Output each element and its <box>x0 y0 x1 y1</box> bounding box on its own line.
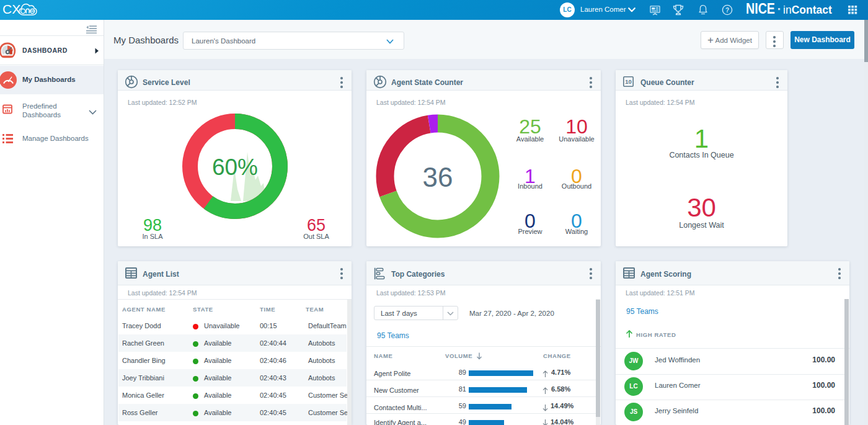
svg-text:10: 10 <box>625 78 632 85</box>
svg-text:?: ? <box>725 7 729 14</box>
svg-text:CX: CX <box>2 2 20 16</box>
svg-text:60%: 60% <box>212 154 258 180</box>
svg-text:inContact: inContact <box>783 4 832 16</box>
svg-text:36: 36 <box>423 162 453 192</box>
svg-text:NICE: NICE <box>746 1 775 17</box>
